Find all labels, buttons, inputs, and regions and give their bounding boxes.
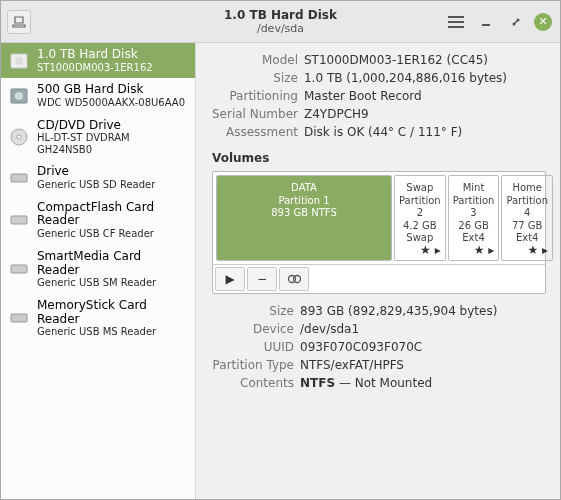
card-reader-icon	[9, 210, 29, 230]
vol-name: Swap	[399, 182, 441, 195]
close-button[interactable]: ✕	[534, 13, 552, 31]
volume-seg-0[interactable]: DATAPartition 1893 GB NTFS	[216, 175, 392, 261]
star-icon[interactable]: ★ ▸	[527, 243, 548, 257]
maximize-button[interactable]	[504, 10, 528, 34]
star-icon[interactable]: ★ ▸	[420, 243, 441, 257]
vol-name: Mint	[453, 182, 495, 195]
device-label: MemoryStick Card Reader	[37, 299, 187, 327]
device-sub: WDC WD5000AAKX-08U6AA0	[37, 97, 185, 109]
star-icon[interactable]: ★ ▸	[474, 243, 495, 257]
vol-part: Partition 3	[453, 195, 495, 220]
device-sub: Generic USB MS Reader	[37, 326, 187, 338]
value-serial: Z4YDPCH9	[304, 105, 513, 123]
vol-fs: 77 GB Ext4	[506, 220, 548, 245]
device-label: CD/DVD Drive	[37, 119, 187, 133]
vol-part: Partition 2	[399, 195, 441, 220]
disk-info-table: ModelST1000DM003-1ER162 (CC45) Size1.0 T…	[212, 51, 513, 141]
device-item-2[interactable]: CD/DVD DriveHL-DT-ST DVDRAM GH24NSB0	[1, 114, 195, 161]
titlebar: 1.0 TB Hard Disk /dev/sda ✕	[1, 1, 560, 43]
value-size: 1.0 TB (1,000,204,886,016 bytes)	[304, 69, 513, 87]
volume-detail-table: Size893 GB (892,829,435,904 bytes) Devic…	[212, 302, 503, 392]
mount-button[interactable]: ▶	[215, 267, 245, 291]
device-item-4[interactable]: CompactFlash Card ReaderGeneric USB CF R…	[1, 196, 195, 245]
drive-options-button[interactable]	[7, 10, 31, 34]
volume-seg-3[interactable]: HomePartition 477 GB Ext4 ★ ▸	[501, 175, 553, 261]
vol-part: Partition 4	[506, 195, 548, 220]
main-panel: ModelST1000DM003-1ER162 (CC45) Size1.0 T…	[196, 43, 560, 499]
card-reader-icon	[9, 308, 29, 328]
label-assessment: Assessment	[212, 123, 304, 141]
device-item-3[interactable]: DriveGeneric USB SD Reader	[1, 160, 195, 195]
label-vuuid: UUID	[212, 338, 300, 356]
device-item-6[interactable]: MemoryStick Card ReaderGeneric USB MS Re…	[1, 294, 195, 343]
device-label: 1.0 TB Hard Disk	[37, 48, 153, 62]
svg-point-3	[15, 57, 23, 65]
svg-rect-9	[11, 216, 27, 224]
device-sub: HL-DT-ST DVDRAM GH24NSB0	[37, 132, 187, 155]
volumes-widget: DATAPartition 1893 GB NTFS SwapPartition…	[212, 171, 546, 294]
optical-icon	[9, 127, 29, 147]
device-sidebar: 1.0 TB Hard DiskST1000DM003-1ER162 500 G…	[1, 43, 196, 499]
volume-seg-2[interactable]: MintPartition 326 GB Ext4 ★ ▸	[448, 175, 500, 261]
device-sub: Generic USB CF Reader	[37, 228, 187, 240]
value-vptype: NTFS/exFAT/HPFS	[300, 356, 503, 374]
delete-partition-button[interactable]: −	[247, 267, 277, 291]
vol-fs: 4.2 GB Swap	[399, 220, 441, 245]
device-item-0[interactable]: 1.0 TB Hard DiskST1000DM003-1ER162	[1, 43, 195, 78]
vol-fs: 26 GB Ext4	[453, 220, 495, 245]
device-item-1[interactable]: 500 GB Hard DiskWDC WD5000AAKX-08U6AA0	[1, 78, 195, 113]
svg-point-7	[17, 135, 21, 139]
value-vcontents: NTFS — Not Mounted	[300, 374, 503, 392]
vol-name: Home	[506, 182, 548, 195]
card-reader-icon	[9, 259, 29, 279]
value-partitioning: Master Boot Record	[304, 87, 513, 105]
label-vdevice: Device	[212, 320, 300, 338]
card-reader-icon	[9, 168, 29, 188]
label-vptype: Partition Type	[212, 356, 300, 374]
device-label: CompactFlash Card Reader	[37, 201, 187, 229]
value-assessment[interactable]: Disk is OK (44° C / 111° F)	[304, 123, 513, 141]
label-vsize: Size	[212, 302, 300, 320]
vol-part: Partition 1	[271, 195, 337, 208]
volumes-heading: Volumes	[212, 151, 546, 165]
label-partitioning: Partitioning	[212, 87, 304, 105]
volume-segments: DATAPartition 1893 GB NTFS SwapPartition…	[213, 172, 545, 264]
partition-options-button[interactable]	[279, 267, 309, 291]
svg-point-13	[294, 276, 301, 283]
label-vcontents: Contents	[212, 374, 300, 392]
svg-point-5	[15, 92, 23, 100]
minimize-button[interactable]	[474, 10, 498, 34]
hamburger-menu-button[interactable]	[444, 10, 468, 34]
svg-rect-8	[11, 174, 27, 182]
label-size: Size	[212, 69, 304, 87]
value-model: ST1000DM003-1ER162 (CC45)	[304, 51, 513, 69]
volume-toolbar: ▶ −	[213, 264, 545, 293]
value-vsize: 893 GB (892,829,435,904 bytes)	[300, 302, 503, 320]
device-sub: Generic USB SD Reader	[37, 179, 155, 191]
label-model: Model	[212, 51, 304, 69]
hdd-icon	[9, 86, 29, 106]
device-label: Drive	[37, 165, 155, 179]
svg-rect-10	[11, 265, 27, 273]
svg-rect-11	[11, 314, 27, 322]
value-vuuid: 093F070C093F070C	[300, 338, 503, 356]
device-label: SmartMedia Card Reader	[37, 250, 187, 278]
value-vdevice: /dev/sda1	[300, 320, 503, 338]
device-sub: Generic USB SM Reader	[37, 277, 187, 289]
volume-seg-1[interactable]: SwapPartition 24.2 GB Swap ★ ▸	[394, 175, 446, 261]
device-sub: ST1000DM003-1ER162	[37, 62, 153, 74]
hdd-icon	[9, 51, 29, 71]
vol-fs: 893 GB NTFS	[271, 207, 337, 220]
label-serial: Serial Number	[212, 105, 304, 123]
device-item-5[interactable]: SmartMedia Card ReaderGeneric USB SM Rea…	[1, 245, 195, 294]
device-label: 500 GB Hard Disk	[37, 83, 185, 97]
vol-name: DATA	[271, 182, 337, 195]
